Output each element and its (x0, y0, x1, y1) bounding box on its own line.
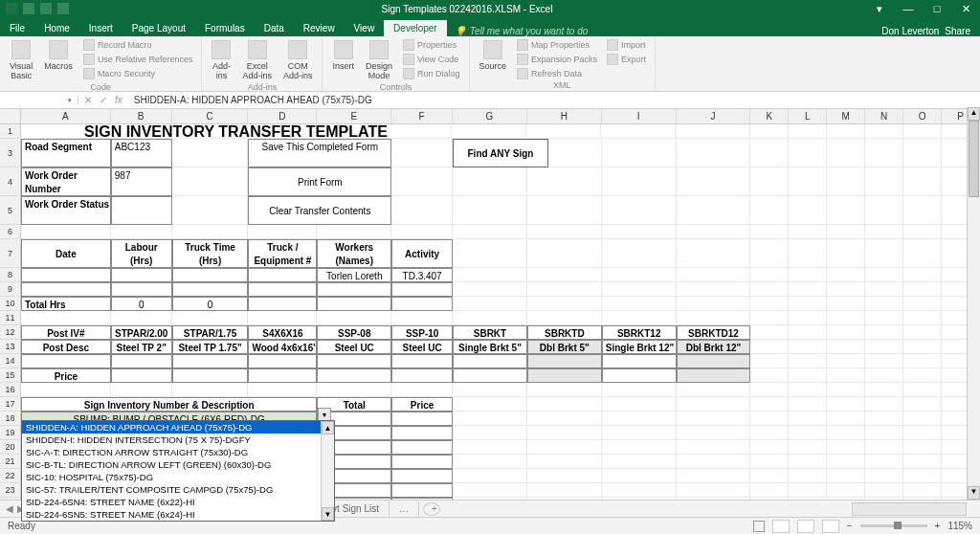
row-header[interactable]: 13 (0, 340, 21, 354)
insert-control-button[interactable]: Insert (328, 38, 358, 73)
dropdown-option[interactable]: SIC-57: TRAILER/TENT COMPOSITE CAMPGD (7… (22, 483, 334, 496)
col-header[interactable]: A (21, 109, 111, 123)
formula-input[interactable]: SHIDDEN-A: HIDDEN APPROACH AHEAD (75x75)… (128, 95, 980, 105)
scroll-down-icon[interactable]: ▼ (322, 507, 334, 521)
addins-button[interactable]: Add- ins (208, 38, 234, 82)
row-header[interactable]: 6 (0, 225, 21, 239)
tab-view[interactable]: View (345, 20, 385, 36)
row-header[interactable]: 7 (0, 239, 21, 268)
enter-formula-icon[interactable]: ✓ (100, 95, 107, 105)
row-header[interactable]: 15 (0, 368, 21, 383)
sheet-tab-ellipsis-right[interactable]: … (390, 501, 419, 516)
sign-dropdown-list[interactable]: SHIDDEN-A: HIDDEN APPROACH AHEAD (75x75)… (21, 420, 335, 522)
zoom-out-button[interactable]: − (847, 521, 853, 531)
save-form-button[interactable]: Save This Completed Form (248, 139, 391, 167)
run-dialog-button[interactable]: Run Dialog (400, 67, 463, 80)
tab-formulas[interactable]: Formulas (195, 20, 255, 36)
chevron-down-icon[interactable]: ▾ (68, 97, 72, 104)
select-all-corner[interactable] (0, 109, 21, 123)
col-header[interactable]: M (827, 109, 865, 123)
macro-record-status-icon[interactable] (753, 521, 765, 532)
undo-icon[interactable] (40, 3, 52, 14)
zoom-in-button[interactable]: + (935, 521, 941, 531)
road-segment-value[interactable]: ABC123 (111, 139, 172, 167)
refresh-data-button[interactable]: Refresh Data (514, 67, 600, 80)
col-header[interactable]: D (248, 109, 317, 123)
source-button[interactable]: Source (476, 38, 511, 73)
col-header[interactable]: G (453, 109, 527, 123)
tell-me-search[interactable]: 💡Tell me what you want to do (455, 26, 589, 36)
scroll-down-icon[interactable]: ▼ (968, 486, 980, 500)
export-button[interactable]: Export (604, 53, 649, 66)
col-header[interactable]: J (677, 109, 751, 123)
row-header[interactable]: 10 (0, 297, 21, 311)
col-header[interactable]: O (903, 109, 942, 123)
col-header[interactable]: C (172, 109, 249, 123)
view-code-button[interactable]: View Code (400, 53, 463, 66)
row-header[interactable]: 21 (0, 455, 21, 469)
tab-review[interactable]: Review (294, 20, 345, 36)
zoom-slider[interactable] (860, 524, 927, 527)
row-header[interactable]: 23 (0, 483, 21, 498)
vertical-scrollbar[interactable]: ▲ ▼ (967, 107, 980, 500)
dropdown-option[interactable]: SID-224-6SN4: STREET NAME (6x22)-HI (22, 496, 334, 508)
dropdown-option[interactable]: SIC-10: HOSPITAL (75x75)-DG (22, 471, 334, 483)
design-mode-button[interactable]: Design Mode (362, 38, 396, 82)
redo-icon[interactable] (57, 3, 69, 14)
account-area[interactable]: Don Leverton Share (881, 26, 980, 36)
tab-file[interactable]: File (0, 20, 34, 36)
horizontal-scrollbar[interactable] (852, 502, 967, 516)
dropdown-option-selected[interactable]: SHIDDEN-A: HIDDEN APPROACH AHEAD (75x75)… (22, 421, 334, 434)
col-header[interactable]: H (527, 109, 602, 123)
import-button[interactable]: Import (604, 38, 649, 52)
close-icon[interactable]: ✕ (951, 0, 980, 17)
dropdown-option[interactable]: SID-224-6SN5: STREET NAME (6x24)-HI (22, 508, 334, 521)
view-page-break-icon[interactable] (822, 520, 839, 533)
find-sign-button[interactable]: Find ANY Sign (453, 139, 548, 167)
workers-value[interactable]: Torlen Loreth (317, 268, 391, 282)
col-header[interactable]: I (602, 109, 677, 123)
print-form-button[interactable]: Print Form (248, 167, 391, 196)
first-sheet-icon[interactable]: ◀ (6, 503, 13, 514)
scroll-up-icon[interactable]: ▲ (322, 421, 334, 434)
visual-basic-button[interactable]: Visual Basic (6, 38, 36, 82)
col-header[interactable]: F (391, 109, 453, 123)
dropdown-option[interactable]: SHIDDEN-I: HIDDEN INTERSECTION (75 X 75)… (22, 434, 334, 446)
col-header[interactable]: K (750, 109, 789, 123)
row-header[interactable]: 12 (0, 325, 21, 340)
clear-contents-button[interactable]: Clear Transfer Contents (248, 196, 391, 225)
tab-data[interactable]: Data (255, 20, 294, 36)
tab-page-layout[interactable]: Page Layout (122, 20, 195, 36)
row-header[interactable]: 3 (0, 139, 21, 167)
com-addins-button[interactable]: COM Add-ins (279, 38, 317, 82)
view-page-layout-icon[interactable] (797, 520, 814, 533)
col-header[interactable]: B (111, 109, 172, 123)
row-header[interactable]: 22 (0, 469, 21, 483)
dropdown-scrollbar[interactable]: ▲ ▼ (321, 421, 334, 521)
zoom-level[interactable]: 115% (947, 521, 972, 531)
activity-value[interactable]: TD.3.407 (391, 268, 453, 282)
row-header[interactable]: 1 (0, 124, 21, 139)
save-icon[interactable] (23, 3, 34, 14)
tab-home[interactable]: Home (34, 20, 79, 36)
row-header[interactable]: 4 (0, 167, 21, 196)
work-order-value[interactable]: 987 (111, 167, 172, 196)
row-header[interactable]: 9 (0, 282, 21, 297)
row-header[interactable]: 5 (0, 196, 21, 225)
row-header[interactable]: 20 (0, 440, 21, 455)
name-box[interactable]: ▾ (0, 97, 78, 104)
properties-button[interactable]: Properties (400, 38, 463, 52)
row-header[interactable]: 16 (0, 383, 21, 397)
expansion-packs-button[interactable]: Expansion Packs (514, 53, 600, 66)
worksheet[interactable]: A B C D E F G H I J K L M N O P 1 SIGN I… (0, 109, 980, 534)
col-header[interactable]: E (317, 109, 391, 123)
record-macro-button[interactable]: Record Macro (80, 38, 196, 52)
macros-button[interactable]: Macros (40, 38, 77, 73)
tab-insert[interactable]: Insert (79, 20, 122, 36)
work-order-status-value[interactable] (111, 196, 172, 225)
col-header[interactable]: L (789, 109, 827, 123)
maximize-icon[interactable]: □ (923, 0, 951, 17)
view-normal-icon[interactable] (772, 520, 790, 533)
dropdown-option[interactable]: SIC-B-TL: DIRECTION ARROW LEFT (GREEN) (… (22, 458, 334, 471)
ribbon-options-icon[interactable]: ▾ (865, 0, 894, 17)
